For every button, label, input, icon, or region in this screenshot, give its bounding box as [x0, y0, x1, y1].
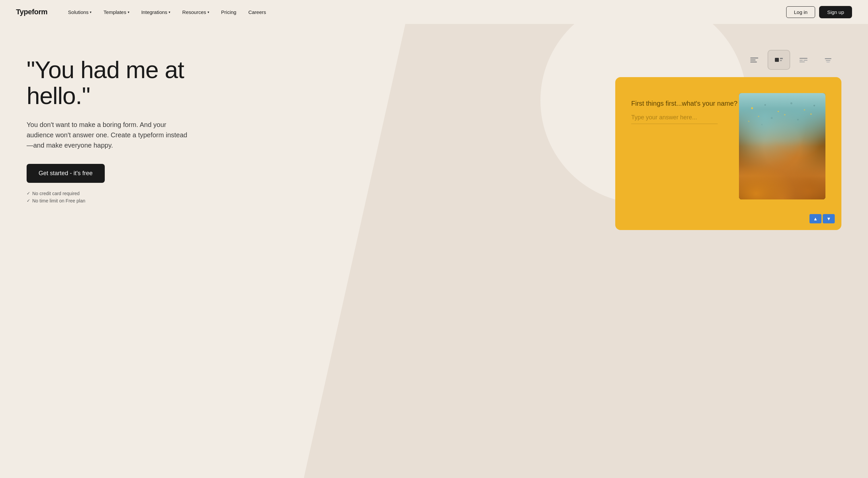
coral-reef-image — [739, 93, 826, 199]
hero-notes: ✓ No credit card required ✓ No time limi… — [27, 191, 219, 203]
cta-button[interactable]: Get started - it's free — [27, 164, 105, 183]
check-icon: ✓ — [27, 198, 30, 203]
form-input-placeholder[interactable]: Type your answer here... — [631, 114, 718, 124]
nav-templates[interactable]: Templates ▾ — [99, 7, 134, 18]
form-navigation: ▲ ▼ — [809, 214, 835, 223]
svg-rect-10 — [825, 58, 831, 59]
hero-note-2: ✓ No time limit on Free plan — [27, 198, 219, 203]
form-question: First things first...what's your name? — [631, 100, 739, 107]
form-nav-up[interactable]: ▲ — [809, 214, 822, 223]
svg-point-24 — [748, 121, 750, 122]
nav-resources[interactable]: Resources ▾ — [178, 7, 214, 18]
svg-rect-9 — [800, 62, 805, 63]
main-nav: Typeform Solutions ▾ Templates ▾ Integra… — [0, 0, 868, 24]
svg-point-15 — [778, 111, 779, 112]
hero-headline: "You had me at hello." — [27, 57, 219, 109]
layout-button-3[interactable] — [793, 51, 814, 69]
nav-actions: Log in Sign up — [786, 6, 852, 18]
svg-rect-7 — [800, 60, 803, 61]
hero-section: "You had me at hello." You don't want to… — [0, 24, 868, 478]
nav-careers[interactable]: Careers — [244, 7, 271, 18]
nav-integrations[interactable]: Integrations ▾ — [137, 7, 175, 18]
chevron-down-icon: ▾ — [90, 10, 91, 14]
form-preview-image — [739, 93, 826, 199]
chevron-down-icon: ▾ — [168, 10, 170, 14]
svg-point-16 — [790, 102, 793, 104]
layout-button-4[interactable] — [817, 51, 839, 69]
svg-point-14 — [764, 104, 766, 106]
svg-point-22 — [797, 119, 799, 121]
hero-note-1: ✓ No credit card required — [27, 191, 219, 196]
svg-rect-0 — [750, 58, 758, 59]
check-icon: ✓ — [27, 191, 30, 196]
svg-point-21 — [784, 114, 785, 115]
svg-point-19 — [758, 116, 759, 117]
svg-point-13 — [751, 107, 753, 109]
svg-rect-8 — [804, 60, 807, 61]
svg-rect-3 — [775, 58, 779, 62]
hero-right: First things first...what's your name? T… — [219, 44, 841, 230]
chevron-down-icon: ▾ — [128, 10, 129, 14]
brand-logo[interactable]: Typeform — [16, 8, 48, 16]
svg-point-20 — [771, 117, 773, 119]
svg-point-25 — [761, 124, 763, 125]
nav-solutions[interactable]: Solutions ▾ — [64, 7, 96, 18]
login-button[interactable]: Log in — [786, 6, 815, 18]
layout-button-1[interactable] — [744, 51, 765, 69]
svg-rect-4 — [780, 58, 783, 59]
svg-rect-12 — [827, 62, 830, 63]
hero-subtext: You don't want to make a boring form. An… — [27, 120, 193, 151]
svg-point-18 — [813, 105, 815, 106]
chevron-down-icon: ▾ — [208, 10, 209, 14]
svg-rect-5 — [780, 60, 782, 61]
hero-left: "You had me at hello." You don't want to… — [27, 44, 219, 203]
layout-switcher — [744, 51, 839, 69]
signup-button[interactable]: Sign up — [819, 6, 852, 18]
svg-point-17 — [804, 109, 805, 110]
svg-rect-11 — [826, 60, 830, 61]
nav-links: Solutions ▾ Templates ▾ Integrations ▾ R… — [64, 7, 786, 18]
svg-rect-6 — [800, 58, 807, 59]
fish-decoration — [739, 98, 824, 141]
form-nav-down[interactable]: ▼ — [823, 214, 835, 223]
layout-button-2[interactable] — [768, 51, 789, 69]
svg-point-23 — [810, 113, 812, 115]
svg-rect-1 — [750, 60, 755, 61]
form-content: First things first...what's your name? T… — [631, 93, 739, 124]
nav-pricing[interactable]: Pricing — [217, 7, 241, 18]
svg-rect-2 — [750, 62, 757, 63]
form-preview-card: First things first...what's your name? T… — [615, 77, 841, 230]
